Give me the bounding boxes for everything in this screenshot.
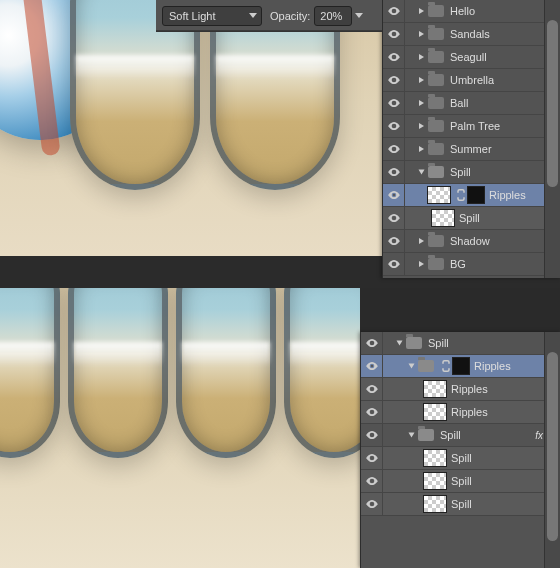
link-icon bbox=[442, 360, 450, 372]
layers-list-top: HelloSandalsSeagullUmbrellaBallPalm Tree… bbox=[383, 0, 560, 276]
layer-row[interactable]: Hello bbox=[383, 0, 560, 23]
layer-name[interactable]: Spill bbox=[451, 475, 472, 487]
opacity-flyout-icon[interactable] bbox=[355, 13, 363, 18]
canvas-top[interactable] bbox=[0, 0, 382, 256]
layer-thumb[interactable] bbox=[431, 209, 455, 227]
layer-row[interactable]: Spill bbox=[361, 493, 560, 516]
layer-row[interactable]: Spill bbox=[361, 332, 560, 355]
layer-row[interactable]: Spill bbox=[361, 447, 560, 470]
layer-row[interactable]: Spill bbox=[361, 470, 560, 493]
layer-row[interactable]: Ripples bbox=[383, 184, 560, 207]
layer-name[interactable]: Spill bbox=[451, 498, 472, 510]
layer-row[interactable]: Sandals bbox=[383, 23, 560, 46]
visibility-toggle[interactable] bbox=[361, 355, 383, 378]
disclosure-triangle-icon[interactable] bbox=[419, 146, 424, 152]
layer-name[interactable]: Ripples bbox=[451, 383, 488, 395]
layer-row[interactable]: Summer bbox=[383, 138, 560, 161]
layer-thumb[interactable] bbox=[423, 472, 447, 490]
layer-thumb[interactable] bbox=[423, 380, 447, 398]
layer-name[interactable]: Summer bbox=[450, 143, 492, 155]
scrollbar[interactable] bbox=[544, 332, 560, 568]
layer-thumb[interactable] bbox=[423, 495, 447, 513]
layer-name[interactable]: Shadow bbox=[450, 235, 490, 247]
visibility-toggle[interactable] bbox=[383, 92, 405, 115]
eye-icon bbox=[365, 359, 379, 373]
canvas-bottom[interactable] bbox=[0, 288, 360, 568]
visibility-toggle[interactable] bbox=[383, 0, 405, 23]
layer-name[interactable]: Spill bbox=[451, 452, 472, 464]
svg-point-19 bbox=[370, 503, 372, 505]
folder-icon bbox=[418, 429, 434, 441]
layer-thumb[interactable] bbox=[427, 186, 451, 204]
layer-row[interactable]: Ripples bbox=[361, 401, 560, 424]
layer-row[interactable]: Shadow bbox=[383, 230, 560, 253]
visibility-toggle[interactable] bbox=[383, 184, 405, 207]
scrollbar-thumb[interactable] bbox=[547, 352, 558, 541]
visibility-toggle[interactable] bbox=[361, 447, 383, 470]
layer-row[interactable]: Ball bbox=[383, 92, 560, 115]
layer-thumb[interactable] bbox=[423, 403, 447, 421]
layer-name[interactable]: Umbrella bbox=[450, 74, 494, 86]
disclosure-triangle-icon[interactable] bbox=[419, 100, 424, 106]
disclosure-triangle-icon[interactable] bbox=[419, 8, 424, 14]
layer-name[interactable]: Palm Tree bbox=[450, 120, 500, 132]
visibility-toggle[interactable] bbox=[361, 378, 383, 401]
layer-row[interactable]: Spill bbox=[383, 161, 560, 184]
disclosure-triangle-icon[interactable] bbox=[419, 77, 424, 83]
eye-icon bbox=[387, 234, 401, 248]
disclosure-triangle-icon[interactable] bbox=[419, 261, 424, 267]
layer-name[interactable]: Spill bbox=[450, 166, 471, 178]
eye-icon bbox=[365, 336, 379, 350]
layer-mask-thumb[interactable] bbox=[452, 357, 470, 375]
visibility-toggle[interactable] bbox=[383, 207, 405, 230]
layer-row[interactable]: Spillfx bbox=[361, 424, 560, 447]
visibility-toggle[interactable] bbox=[383, 69, 405, 92]
layer-thumb[interactable] bbox=[423, 449, 447, 467]
disclosure-triangle-icon[interactable] bbox=[419, 170, 425, 175]
blend-mode-select[interactable]: Soft Light bbox=[162, 6, 262, 26]
visibility-toggle[interactable] bbox=[361, 424, 383, 447]
visibility-toggle[interactable] bbox=[361, 332, 383, 355]
layer-row[interactable]: Palm Tree bbox=[383, 115, 560, 138]
scrollbar-thumb[interactable] bbox=[547, 20, 558, 187]
layer-name[interactable]: BG bbox=[450, 258, 466, 270]
layer-name[interactable]: Sandals bbox=[450, 28, 490, 40]
layer-row[interactable]: Seagull bbox=[383, 46, 560, 69]
layer-name[interactable]: Ripples bbox=[489, 189, 526, 201]
visibility-toggle[interactable] bbox=[383, 230, 405, 253]
disclosure-triangle-icon[interactable] bbox=[409, 364, 415, 369]
visibility-toggle[interactable] bbox=[361, 401, 383, 424]
disclosure-triangle-icon[interactable] bbox=[419, 123, 424, 129]
disclosure-triangle-icon[interactable] bbox=[419, 238, 424, 244]
layer-name[interactable]: Spill bbox=[440, 429, 461, 441]
disclosure-triangle-icon[interactable] bbox=[397, 341, 403, 346]
eye-icon bbox=[387, 4, 401, 18]
layer-name[interactable]: Seagull bbox=[450, 51, 487, 63]
layer-name[interactable]: Ripples bbox=[451, 406, 488, 418]
visibility-toggle[interactable] bbox=[383, 253, 405, 276]
scrollbar[interactable] bbox=[544, 0, 560, 278]
layer-row[interactable]: Ripples bbox=[361, 378, 560, 401]
layer-row[interactable]: Ripples bbox=[361, 355, 560, 378]
disclosure-triangle-icon[interactable] bbox=[409, 433, 415, 438]
disclosure-triangle-icon[interactable] bbox=[419, 54, 424, 60]
visibility-toggle[interactable] bbox=[361, 493, 383, 516]
visibility-toggle[interactable] bbox=[383, 46, 405, 69]
visibility-toggle[interactable] bbox=[383, 23, 405, 46]
layer-name[interactable]: Spill bbox=[459, 212, 480, 224]
disclosure-triangle-icon[interactable] bbox=[419, 31, 424, 37]
layer-row[interactable]: BG bbox=[383, 253, 560, 276]
options-bar: Soft Light Opacity: 20% bbox=[156, 0, 382, 32]
opacity-field[interactable]: 20% bbox=[314, 6, 352, 26]
visibility-toggle[interactable] bbox=[361, 470, 383, 493]
visibility-toggle[interactable] bbox=[383, 115, 405, 138]
layer-name[interactable]: Ripples bbox=[474, 360, 511, 372]
layer-row[interactable]: Spill bbox=[383, 207, 560, 230]
layer-name[interactable]: Spill bbox=[428, 337, 449, 349]
visibility-toggle[interactable] bbox=[383, 138, 405, 161]
layer-row[interactable]: Umbrella bbox=[383, 69, 560, 92]
visibility-toggle[interactable] bbox=[383, 161, 405, 184]
layer-mask-thumb[interactable] bbox=[467, 186, 485, 204]
layer-name[interactable]: Hello bbox=[450, 5, 475, 17]
layer-name[interactable]: Ball bbox=[450, 97, 468, 109]
